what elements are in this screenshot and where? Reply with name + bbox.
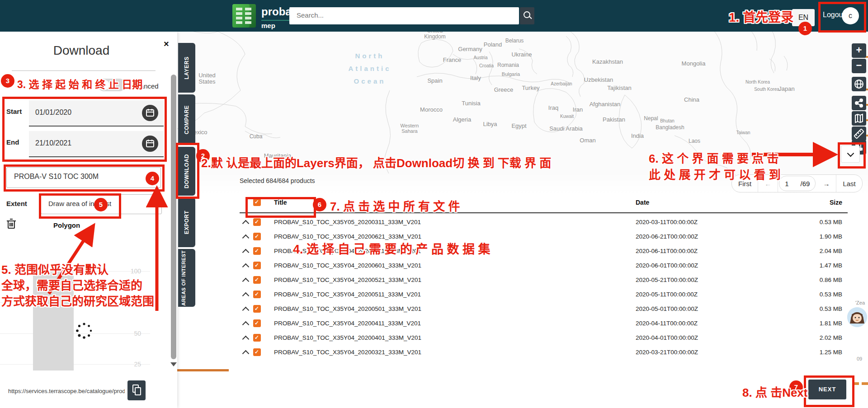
country-label: Germany [458,46,482,52]
share-button[interactable] [852,96,866,110]
zoom-out-button[interactable]: − [852,59,866,73]
table-row[interactable]: PROBAV_S10_TOC_X35Y04_20200521_333M_V201… [240,273,848,287]
country-label: Greece [494,87,514,93]
annotation-box-extent [39,193,121,219]
badge-3: 3 [1,74,14,88]
tab-areas-of-interest[interactable]: AREAS OF INTEREST [178,249,195,307]
divider [12,70,156,71]
scrollbar-down-arrow[interactable] [170,362,177,366]
collapse-caret-icon[interactable] [242,249,250,256]
table-row[interactable]: PROBAV_S10_TOC_X35Y05_20200311_333M_V201… [240,215,848,230]
product-date: 2020-05-11T00:00:00Z [636,291,698,298]
row-checkbox[interactable] [253,348,261,356]
panel-title: Download [0,43,163,58]
collapse-caret-icon[interactable] [242,220,250,227]
globe-button[interactable] [852,77,866,91]
table-row[interactable]: PROBAV_S10_TOC_X35Y04_20200401_333M_V201… [240,331,848,345]
collapse-caret-icon[interactable] [242,350,250,357]
loading-spinner [75,322,93,342]
table-row[interactable]: PROBAV_S10_TOC_X35Y04_20200511_333M_V201… [240,287,848,302]
country-label: Croatia [479,63,494,68]
collapse-caret-icon[interactable] [242,278,250,285]
pagination-last-button[interactable]: Last [836,175,862,192]
table-row[interactable]: PROBAV_S10_TOC_X35Y04_20200411_333M_V201… [240,316,848,331]
row-checkbox[interactable] [253,276,261,284]
axis-tick-label: 50 [118,330,141,337]
map-icon [852,111,866,126]
basemap-button[interactable] [852,111,866,126]
row-checkbox[interactable] [253,305,261,313]
collapse-caret-icon[interactable] [242,263,250,271]
row-checkbox[interactable] [253,233,261,240]
selected-products-count: Selected 684/684 products [240,177,315,184]
annotation-6-line2: 此 处 展 开 才 可 以 看 到 [649,165,781,182]
logo-subtitle: mep [261,22,275,29]
product-size: 2.04 MB [820,248,842,254]
extent-label: Extent [6,200,27,207]
search-placeholder: Search... [297,11,324,19]
product-date: 2020-03-21T00:00:00Z [636,349,698,356]
table-rows: PROBAV_S10_TOC_X35Y05_20200311_333M_V201… [240,215,848,360]
badge-4: 4 [146,172,159,185]
annotation-box-download-tab [176,143,199,199]
country-label: France [443,57,461,63]
product-date: 2020-04-01T00:00:00Z [636,334,698,341]
country-label: Belarus [505,38,524,44]
zoom-in-button[interactable]: + [852,43,866,58]
axis-tick-label: 25 [118,361,141,368]
country-label: Iran [573,107,583,113]
row-checkbox[interactable] [253,291,261,298]
copy-icon [127,380,146,400]
annotation-box-product [4,164,165,192]
country-label: Oman [580,137,595,144]
annotation-3: 3. 选 择 起 始 和 终 止 日期 [17,76,142,91]
country-label: Japan [778,86,794,92]
probav-logo-icon[interactable] [232,4,256,28]
country-label: Bangladesh [656,125,684,131]
row-checkbox[interactable] [253,334,261,342]
country-label: Cuba [250,134,263,140]
column-size[interactable]: Size [830,199,842,206]
annotation-box-next [804,375,854,407]
trash-icon[interactable] [6,218,16,231]
product-date: 2020-05-21T00:00:00Z [636,277,698,283]
sticker-avatar [847,307,867,327]
annotation-2: 2.默 认是最上面的Layers界面， 点击Download切 换 到 下载 界… [201,154,551,170]
copy-url-button[interactable] [127,380,146,400]
annotation-5-line2: 全球，需要自己选择合适的 [1,276,142,293]
table-row[interactable]: PROBAV_S10_TOC_X35Y04_20200501_333M_V201… [240,302,848,316]
row-checkbox[interactable] [253,218,261,226]
column-date[interactable]: Date [636,199,649,206]
collapse-caret-icon[interactable] [242,321,250,328]
measure-button[interactable] [852,127,866,141]
pagination-next-button[interactable]: → [816,175,836,192]
tab-export[interactable]: EXPORT [178,197,195,247]
row-checkbox[interactable] [253,319,261,327]
tab-layers[interactable]: LAYERS [178,43,195,93]
collapse-caret-icon[interactable] [242,336,250,343]
search-button[interactable] [520,7,534,24]
product-title: PROBAV_S10_TOC_X35Y04_20200511_333M_V201 [274,291,421,298]
table-row[interactable]: PROBAV_S10_TOC_X35Y04_20200321_333M_V201… [240,345,848,360]
row-checkbox[interactable] [253,262,261,269]
collapse-caret-icon[interactable] [242,234,250,242]
tab-compare[interactable]: COMPARE [178,94,195,145]
catalogue-url[interactable]: https://services.terrascope.be/catalogue… [8,388,125,394]
country-label: Turkey [522,85,539,91]
country-label: Tunisia [462,100,480,107]
row-checkbox[interactable] [253,247,261,255]
collapse-caret-icon[interactable] [242,307,250,314]
close-icon[interactable]: × [164,39,169,49]
badge-5: 5 [94,198,108,211]
panel-scrollbar[interactable] [171,75,176,359]
product-size: 0.53 MB [820,291,842,298]
country-label: Bhutan [660,118,675,123]
table-row[interactable]: PROBAV_S10_TOC_X35Y04_20200601_333M_V201… [240,258,848,273]
country-label: United States [198,72,216,85]
search-input[interactable]: Search... [289,7,519,24]
product-size: 1.81 MB [820,320,842,327]
product-size: 0.53 MB [820,305,842,312]
polygon-label: Polygon [53,221,80,229]
collapse-caret-icon[interactable] [242,292,250,300]
page-number-input[interactable]: 1 [785,180,788,188]
